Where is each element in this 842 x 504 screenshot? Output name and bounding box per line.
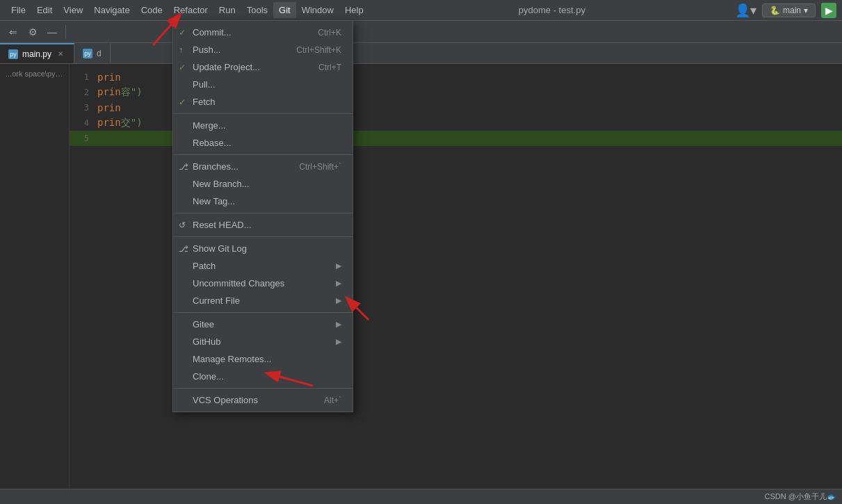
rebase-label: Rebase... <box>193 138 232 148</box>
tab-label-d: d <box>97 49 102 58</box>
current-file-label: Current File <box>193 295 240 306</box>
sidebar-path: ...ork space\pyd... <box>0 67 69 81</box>
line-content-3: prin <box>97 102 121 113</box>
tab-close-main[interactable]: ✕ <box>56 49 65 59</box>
menu-item-github[interactable]: GitHub ▶ <box>173 333 353 350</box>
uncommitted-changes-label: Uncommitted Changes <box>193 278 284 288</box>
main-area: ...ork space\pyd... 1 prin 2 prin容") 3 p… <box>0 64 842 489</box>
menu-help[interactable]: Help <box>339 2 369 18</box>
menu-view[interactable]: View <box>58 2 88 18</box>
menu-item-rebase[interactable]: Rebase... <box>173 134 353 152</box>
line-content-4: prin交") <box>97 117 143 129</box>
separator-6 <box>173 388 353 389</box>
new-branch-label: New Branch... <box>193 179 250 189</box>
menu-item-current-file[interactable]: Current File ▶ <box>173 292 353 309</box>
tab-d[interactable]: py d <box>74 43 111 63</box>
menu-item-push[interactable]: ↑ Push... Ctrl+Shift+K <box>173 41 353 58</box>
toolbar-back-btn[interactable]: ⇐ <box>4 23 22 41</box>
menu-item-uncommitted-changes[interactable]: Uncommitted Changes ▶ <box>173 275 353 292</box>
menu-item-pull[interactable]: Pull... <box>173 76 353 93</box>
line-number-1: 1 <box>70 72 97 82</box>
menu-refactor[interactable]: Refactor <box>168 2 213 18</box>
github-submenu-arrow: ▶ <box>336 337 341 346</box>
update-label: Update Project... <box>193 62 260 72</box>
user-icon[interactable]: 👤▾ <box>735 3 756 18</box>
menu-item-update[interactable]: ✓ Update Project... Ctrl+T <box>173 58 353 76</box>
window-title: pydome - test.py <box>519 5 585 15</box>
gitee-submenu-arrow: ▶ <box>336 320 341 329</box>
menu-run[interactable]: Run <box>213 2 241 18</box>
line-content-2: prin容") <box>97 86 143 99</box>
menu-navigate[interactable]: Navigate <box>88 2 135 18</box>
vcs-operations-label: VCS Operations <box>193 395 258 405</box>
tab-main-py[interactable]: py main.py ✕ <box>0 43 74 63</box>
git-dropdown-menu: ✓ Commit... Ctrl+K ↑ Push... Ctrl+Shift+… <box>172 20 353 412</box>
separator-5 <box>173 312 353 313</box>
menu-window[interactable]: Window <box>296 2 339 18</box>
push-label: Push... <box>193 44 220 55</box>
reset-icon: ↺ <box>179 220 186 230</box>
toolbar-separator <box>65 25 66 39</box>
update-icon: ✓ <box>179 63 186 72</box>
line-number-2: 2 <box>70 88 97 97</box>
menu-item-merge[interactable]: Merge... <box>173 117 353 134</box>
menu-code[interactable]: Code <box>136 2 168 18</box>
separator-2 <box>173 154 353 155</box>
push-shortcut: Ctrl+Shift+K <box>275 45 341 55</box>
py-file-icon: py <box>8 49 18 59</box>
menu-item-reset-head[interactable]: ↺ Reset HEAD... <box>173 216 353 234</box>
run-button[interactable]: ▶ <box>821 3 836 18</box>
manage-remotes-label: Manage Remotes... <box>193 354 271 364</box>
tabs-bar: py main.py ✕ py d <box>0 43 842 64</box>
fetch-label: Fetch <box>193 97 216 107</box>
clone-label: Clone... <box>193 371 224 382</box>
menu-item-show-git-log[interactable]: ⎇ Show Git Log <box>173 240 353 257</box>
vcs-operations-shortcut: Alt+` <box>303 396 341 405</box>
menu-item-commit[interactable]: ✓ Commit... Ctrl+K <box>173 24 353 41</box>
gitee-label: Gitee <box>193 319 214 330</box>
check-icon: ✓ <box>179 28 186 38</box>
uncommitted-submenu-arrow: ▶ <box>336 279 341 288</box>
separator-1 <box>173 113 353 114</box>
menu-item-manage-remotes[interactable]: Manage Remotes... <box>173 350 353 368</box>
menu-item-new-tag[interactable]: New Tag... <box>173 193 353 210</box>
commit-shortcut: Ctrl+K <box>297 28 341 38</box>
commit-label: Commit... <box>193 27 232 38</box>
branch-chevron-icon: ▾ <box>804 6 808 15</box>
github-label: GitHub <box>193 336 220 347</box>
toolbar-minimize-btn[interactable]: — <box>43 23 61 41</box>
menu-tools[interactable]: Tools <box>241 2 273 18</box>
branches-icon: ⎇ <box>179 162 188 172</box>
menu-file[interactable]: File <box>6 2 31 18</box>
tab-label-main: main.py <box>22 49 51 59</box>
line-content-1: prin <box>97 72 121 83</box>
line-number-3: 3 <box>70 103 97 113</box>
toolbar-settings-btn[interactable]: ⚙ <box>24 23 42 41</box>
menu-git[interactable]: Git <box>273 2 296 18</box>
line-number-5: 5 <box>70 133 97 143</box>
branch-button[interactable]: 🐍 main ▾ <box>762 3 816 17</box>
menu-item-gitee[interactable]: Gitee ▶ <box>173 316 353 333</box>
menu-item-vcs-operations[interactable]: VCS Operations Alt+` <box>173 391 353 409</box>
menu-item-fetch[interactable]: ✓ Fetch <box>173 93 353 111</box>
current-file-submenu-arrow: ▶ <box>336 296 341 305</box>
show-git-log-label: Show Git Log <box>193 243 247 254</box>
menubar-right-controls: 👤▾ 🐍 main ▾ ▶ <box>735 3 836 18</box>
statusbar-right: CSDN @小鱼干儿🐟 <box>765 491 836 502</box>
reset-head-label: Reset HEAD... <box>193 220 252 230</box>
menu-edit[interactable]: Edit <box>31 2 58 18</box>
menubar: File Edit View Navigate Code Refactor Ru… <box>0 0 842 21</box>
separator-3 <box>173 213 353 213</box>
menu-item-patch[interactable]: Patch ▶ <box>173 257 353 275</box>
menu-item-new-branch[interactable]: New Branch... <box>173 175 353 193</box>
pull-label: Pull... <box>193 79 216 90</box>
py-file-icon-2: py <box>83 49 92 58</box>
patch-label: Patch <box>193 261 216 271</box>
menu-item-clone[interactable]: Clone... <box>173 368 353 385</box>
sidebar: ...ork space\pyd... <box>0 64 70 489</box>
menu-item-branches[interactable]: ⎇ Branches... Ctrl+Shift+` <box>173 158 353 175</box>
git-log-icon: ⎇ <box>179 244 188 254</box>
line-number-4: 4 <box>70 118 97 128</box>
branches-label: Branches... <box>193 161 238 172</box>
new-tag-label: New Tag... <box>193 196 235 206</box>
